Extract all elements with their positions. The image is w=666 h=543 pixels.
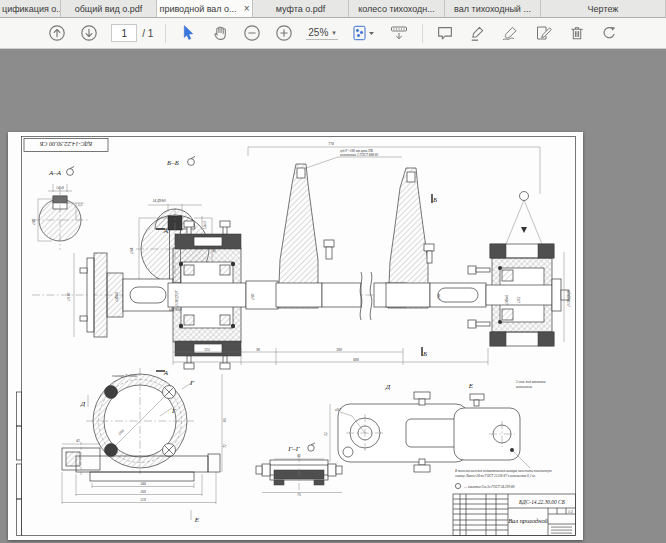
page-indicator: / 1 (111, 24, 153, 42)
dimension-label: ∅100Д7/f7 (175, 291, 179, 308)
tab-mufta[interactable]: муфта o.pdf (253, 0, 349, 17)
title-block-scale: 1:2 (568, 510, 573, 514)
zoom-out-button[interactable] (242, 23, 262, 43)
dimension-label: 600 (353, 358, 359, 362)
dimension-label: 160 (140, 490, 146, 494)
page-total-label: / 1 (142, 28, 153, 39)
dimension-label: ∅45к6 (505, 295, 509, 305)
page-view-options-button[interactable] (350, 23, 376, 43)
zoom-level-select[interactable]: 25% ▾ (306, 26, 338, 40)
dimension-label: ∅52 (517, 296, 521, 303)
title-block-part-name: Вал приводной (508, 517, 548, 524)
view-label: Г–Г (287, 445, 300, 453)
view-label: Д (385, 383, 391, 391)
dimension-label: 85 (223, 418, 227, 422)
dimension-label: ∅160 (67, 293, 71, 302)
highlight-tool-button[interactable] (467, 23, 487, 43)
view-label: Б–Б (166, 159, 179, 167)
tab-bar: цификация о... общий вид o.pdf приводной… (0, 0, 666, 18)
note-line2: смазку Литол-24 по ГОСТ 21150-87 в колич… (455, 474, 536, 479)
document-scroll-area[interactable]: БДС-14.22.30.00 СБ (0, 49, 666, 543)
page-number-input[interactable] (111, 24, 137, 42)
dimension-label: 75 (297, 493, 301, 497)
view-label: А–А (48, 169, 62, 177)
view-label: Б (422, 350, 427, 358)
dimension-label: ∅64 (130, 247, 134, 254)
view-label: Д (80, 400, 86, 408)
corner-stamp-number: БДС-14.22.30.00 СБ (39, 141, 93, 148)
dimension-label: ∅100Д7/f7 (567, 291, 571, 308)
dimension-label: 61 (297, 454, 301, 458)
drawing-canvas: БДС-14.22.30.00 СБ (8, 132, 583, 540)
view-label: Е (194, 516, 200, 524)
dimension-label: 148 (140, 482, 146, 486)
dimension-label: 300 (336, 348, 342, 352)
tab-specification[interactable]: цификация о... (0, 0, 61, 17)
view-label: Г (189, 379, 195, 387)
dimension-label: 90 (256, 348, 260, 352)
note-line3: — заклепки Ст.3н ГОСТ 24.299-80 (463, 485, 515, 489)
pdf-toolbar: / 1 25% ▾ (0, 18, 666, 49)
close-tab-icon[interactable]: × (244, 4, 250, 14)
dimension-label: 5,5 (78, 203, 83, 208)
tab-val-tihohodniy[interactable]: вал тихоходный ... (445, 0, 541, 17)
dimension-label: ∅45к6 (115, 292, 119, 302)
dimension-label: ∅60 (251, 293, 255, 300)
select-tool-button[interactable] (178, 23, 198, 43)
dimension-label: ∅45 (32, 218, 36, 225)
view-label: Б (432, 196, 437, 204)
sprocket-annotation-line2: исполнение 2 ГОСТ 888-81 (340, 153, 379, 157)
note-line1: В полость каждой подшипниковой камеры за… (455, 468, 552, 473)
dimension-label: 12к11 (203, 221, 207, 230)
dimension-label: 72 (223, 444, 227, 448)
section-aa-view (32, 167, 88, 251)
toolbar-divider (165, 24, 166, 43)
pdf-page: БДС-14.22.30.00 СБ (8, 132, 583, 540)
toolbar-divider (422, 24, 423, 43)
title-block: БДС-14.22.30.00 СБ Вал приводной 1:2 (453, 494, 576, 536)
dimension-label: 14 Д9/h9 (152, 199, 165, 203)
chevron-down-icon: ▾ (332, 29, 336, 37)
hand-tool-button[interactable] (210, 23, 230, 43)
tab-obshchiy-vid[interactable]: общий вид o.pdf (61, 0, 157, 17)
fit-width-button[interactable] (388, 23, 410, 43)
tab-koleso[interactable]: колесо тихоходн... (349, 0, 445, 17)
dimension-label: 14 Р9/h9 (168, 308, 181, 312)
delete-tool-button[interactable] (567, 23, 587, 43)
next-page-button[interactable] (79, 23, 99, 43)
previous-page-button[interactable] (47, 23, 67, 43)
corner-stamp: БДС-14.22.30.00 СБ (24, 139, 108, 152)
dimension-label: 14js9 (56, 186, 64, 190)
dimension-label: 52 (324, 432, 328, 436)
comment-tool-button[interactable] (435, 23, 455, 43)
sign-tool-button[interactable] (499, 23, 521, 43)
dimension-label: 210 (140, 498, 146, 502)
view-label: А (163, 227, 169, 235)
view-label: А (163, 369, 169, 377)
view-label: Е (468, 382, 474, 390)
dimension-label: 325 (204, 348, 210, 352)
sprocket-annotation-line1: зуб Р=100 мм цепь ПВ (339, 149, 373, 153)
zoom-level-value: 25% (308, 27, 328, 38)
zoom-in-button[interactable] (274, 23, 294, 43)
dimension-label: 778 (328, 142, 334, 146)
fill-sign-tool-button[interactable] (533, 23, 555, 43)
main-assembly-view: зуб Р=100 мм цепь ПВ исполнение 2 ГОСТ 8… (32, 147, 569, 371)
rotate-tool-button[interactable] (599, 23, 619, 43)
tab-privodnoy-val[interactable]: приводной вал о... × (157, 0, 253, 17)
title-block-doc-number: БДС-14.22.30.00 СБ (518, 499, 566, 505)
technical-notes: В полость каждой подшипниковой камеры за… (455, 468, 552, 489)
dimension-label: 42 (76, 439, 80, 443)
tab-chertezh[interactable]: Чертеж (541, 0, 666, 17)
dimension-label: ∅17 (335, 408, 342, 412)
shplint-note-line2: конические (516, 385, 532, 389)
dimension-label: 70 (213, 249, 217, 253)
shplint-note-line1: 2 отв. под шплинты (516, 380, 546, 384)
view-d-e: 2 отв. под шплинты конические (330, 380, 546, 472)
dimension-label: ∅65 (437, 293, 441, 300)
